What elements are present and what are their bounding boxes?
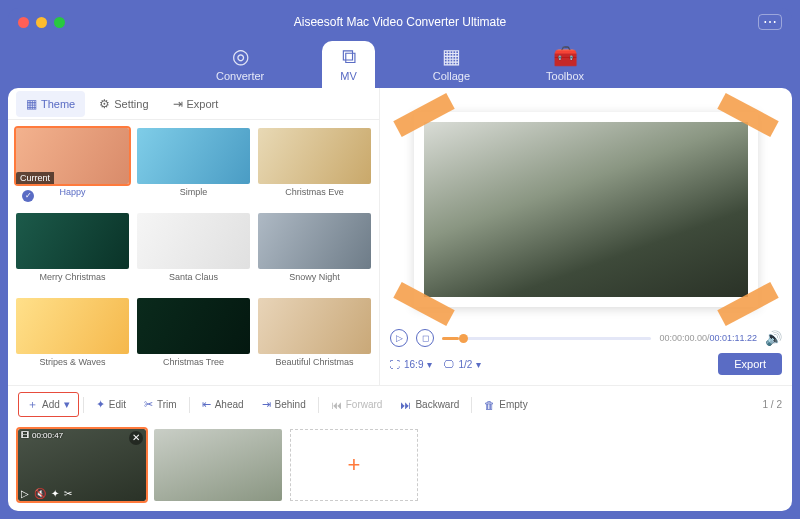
wand-icon[interactable]: ✦ [51,488,59,499]
backward-button[interactable]: ⏭Backward [392,395,467,415]
edit-button[interactable]: ✦Edit [88,394,134,415]
time-display: 00:00:00.00/00:01:11.22 [659,333,757,343]
nav-toolbox[interactable]: 🧰Toolbox [528,40,602,88]
clip-meta: 🎞00:00:47 [21,431,63,440]
video-preview[interactable] [424,122,749,297]
gear-icon: ⚙ [99,97,110,111]
timeline-clip[interactable] [154,429,282,501]
mute-icon[interactable]: 🔇 [34,488,46,499]
play-icon[interactable]: ▷ [21,488,29,499]
titlebar: Aiseesoft Mac Video Converter Ultimate ⋯ [8,8,792,36]
mv-icon: ⧉ [340,45,357,68]
play-button[interactable]: ▷ [390,329,408,347]
add-clip-dropzone[interactable]: + [290,429,418,501]
export-icon: ⇥ [173,97,183,111]
arrow-left-bar-icon: ⇤ [202,398,211,411]
theme-item[interactable]: Christmas Eve [258,128,371,207]
current-badge: Current [16,172,54,184]
tab-export[interactable]: ⇥Export [163,91,229,117]
grid-icon: ▦ [26,97,37,111]
toolbox-icon: 🧰 [546,44,584,68]
step-back-icon: ⏮ [331,399,342,411]
stop-button[interactable]: ◻ [416,329,434,347]
subtabs: ▦Theme ⚙Setting ⇥Export [8,88,379,120]
preview-pane [390,96,782,323]
theme-item[interactable]: Beautiful Christmas [258,298,371,377]
plus-icon: + [348,452,361,478]
timeline: 🎞00:00:47 ✕ ▷ 🔇 ✦ ✂ + [8,423,792,511]
theme-item[interactable]: Stripes & Waves [16,298,129,377]
chevron-down-icon: ▾ [64,398,70,411]
aspect-ratio-select[interactable]: ⛶ 16:9 ▾ [390,359,432,370]
trim-button[interactable]: ✂Trim [136,394,185,415]
video-frame [414,112,759,307]
remove-clip-icon[interactable]: ✕ [129,431,143,445]
volume-icon[interactable]: 🔊 [765,330,782,346]
timeline-clip[interactable]: 🎞00:00:47 ✕ ▷ 🔇 ✦ ✂ [18,429,146,501]
nav-converter[interactable]: ◎Converter [198,40,282,88]
scissors-icon[interactable]: ✂ [64,488,72,499]
preview-options: ⛶ 16:9 ▾ 🖵 1/2 ▾ Export [390,349,782,379]
collage-icon: ▦ [433,44,470,68]
theme-item[interactable]: Merry Christmas [16,213,129,292]
seek-slider[interactable] [442,337,651,340]
converter-icon: ◎ [216,44,264,68]
theme-grid: Current ✓ Happy Simple Christmas Eve Mer… [8,120,379,385]
nav-mv[interactable]: ⧉MV [322,41,375,88]
clip-overlay: ▷ 🔇 ✦ ✂ [21,488,72,499]
empty-button[interactable]: 🗑Empty [476,395,535,415]
tab-setting[interactable]: ⚙Setting [89,91,158,117]
screen-select[interactable]: 🖵 1/2 ▾ [444,359,481,370]
step-forward-icon: ⏭ [400,399,411,411]
wand-icon: ✦ [96,398,105,411]
theme-item[interactable]: Simple [137,128,250,207]
check-icon: ✓ [22,190,34,202]
theme-item[interactable]: Snowy Night [258,213,371,292]
theme-item[interactable]: Christmas Tree [137,298,250,377]
add-button[interactable]: ＋Add▾ [18,392,79,417]
behind-button[interactable]: ⇥Behind [254,394,314,415]
tab-theme[interactable]: ▦Theme [16,91,85,117]
page-indicator: 1 / 2 [763,399,782,410]
scissors-icon: ✂ [144,398,153,411]
ahead-button[interactable]: ⇤Ahead [194,394,252,415]
playback-controls: ▷ ◻ 00:00:00.00/00:01:11.22 🔊 [390,323,782,349]
theme-item[interactable]: Current ✓ Happy [16,128,129,207]
clip-toolbar: ＋Add▾ ✦Edit ✂Trim ⇤Ahead ⇥Behind ⏮Forwar… [8,385,792,423]
film-icon: 🎞 [21,431,29,440]
theme-item[interactable]: Santa Claus [137,213,250,292]
window-title: Aiseesoft Mac Video Converter Ultimate [8,15,792,29]
trash-icon: 🗑 [484,399,495,411]
top-nav: ◎Converter ⧉MV ▦Collage 🧰Toolbox [8,36,792,88]
arrow-right-bar-icon: ⇥ [262,398,271,411]
nav-collage[interactable]: ▦Collage [415,40,488,88]
forward-button: ⏮Forward [323,395,391,415]
export-button[interactable]: Export [718,353,782,375]
plus-icon: ＋ [27,397,38,412]
